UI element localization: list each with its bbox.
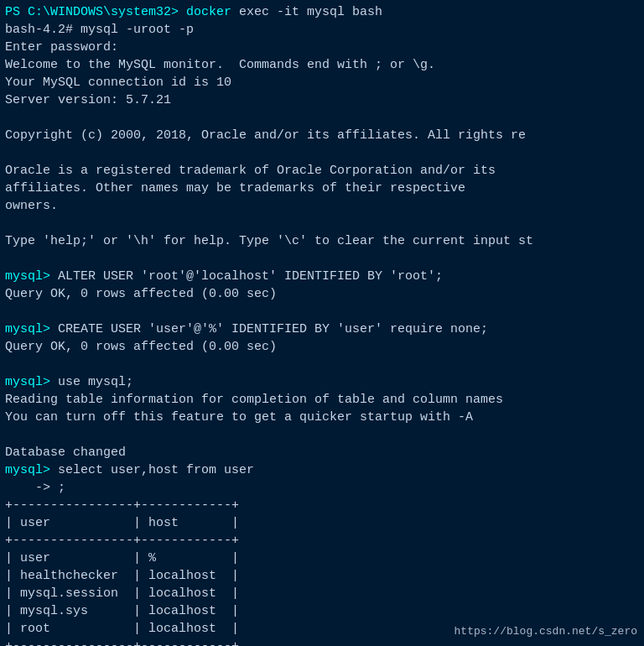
line-blank1 — [5, 109, 639, 127]
line-enter-password: Enter password: — [5, 39, 639, 56]
line-blank6 — [5, 356, 639, 373]
line-reading-table: Reading table information for completion… — [5, 391, 639, 409]
line-server-version: Server version: 5.7.21 — [5, 91, 639, 109]
table-row-healthchecker: | healthchecker | localhost | — [5, 567, 639, 585]
terminal-content: PS C:\WINDOWS\system32> docker exec -it … — [5, 3, 639, 646]
line-blank5 — [5, 303, 639, 320]
line-blank3 — [5, 215, 639, 232]
line-blank7 — [5, 426, 639, 444]
line-use-mysql: mysql> use mysql; — [5, 373, 639, 391]
line-connection-id: Your MySQL connection id is 10 — [5, 74, 639, 91]
table-header: | user | host | — [5, 514, 639, 532]
line-create-user: mysql> CREATE USER 'user'@'%' IDENTIFIED… — [5, 320, 639, 338]
line-turn-off: You can turn off this feature to get a q… — [5, 409, 639, 426]
line-db-changed: Database changed — [5, 444, 639, 461]
line-blank2 — [5, 144, 639, 162]
line-bash-prompt: bash-4.2# mysql -uroot -p — [5, 21, 639, 39]
table-separator-top: +----------------+------------+ — [5, 497, 639, 514]
line-alter-user: mysql> ALTER USER 'root'@'localhost' IDE… — [5, 268, 639, 285]
line-copyright: Copyright (c) 2000, 2018, Oracle and/or … — [5, 127, 639, 144]
line-welcome: Welcome to the MySQL monitor. Commands e… — [5, 56, 639, 74]
line-select-user: mysql> select user,host from user — [5, 461, 639, 479]
table-row-mysql-sys: | mysql.sys | localhost | — [5, 602, 639, 620]
terminal-window: PS C:\WINDOWS\system32> docker exec -it … — [0, 0, 644, 646]
table-row-user: | user | % | — [5, 550, 639, 567]
line-query-ok2: Query OK, 0 rows affected (0.00 sec) — [5, 338, 639, 356]
table-separator-header: +----------------+------------+ — [5, 532, 639, 550]
line-oracle3: owners. — [5, 197, 639, 215]
line-oracle1: Oracle is a registered trademark of Orac… — [5, 162, 639, 180]
line-docker-exec: PS C:\WINDOWS\system32> docker exec -it … — [5, 3, 639, 21]
table-row-mysql-session: | mysql.session | localhost | — [5, 585, 639, 602]
line-help: Type 'help;' or '\h' for help. Type '\c'… — [5, 232, 639, 250]
line-query-ok1: Query OK, 0 rows affected (0.00 sec) — [5, 285, 639, 303]
table-separator-bottom: +----------------+------------+ — [5, 638, 639, 646]
line-oracle2: affiliates. Other names may be trademark… — [5, 180, 639, 197]
line-arrow: -> ; — [5, 479, 639, 497]
line-blank4 — [5, 250, 639, 268]
watermark: https://blog.csdn.net/s_zero — [454, 625, 637, 638]
